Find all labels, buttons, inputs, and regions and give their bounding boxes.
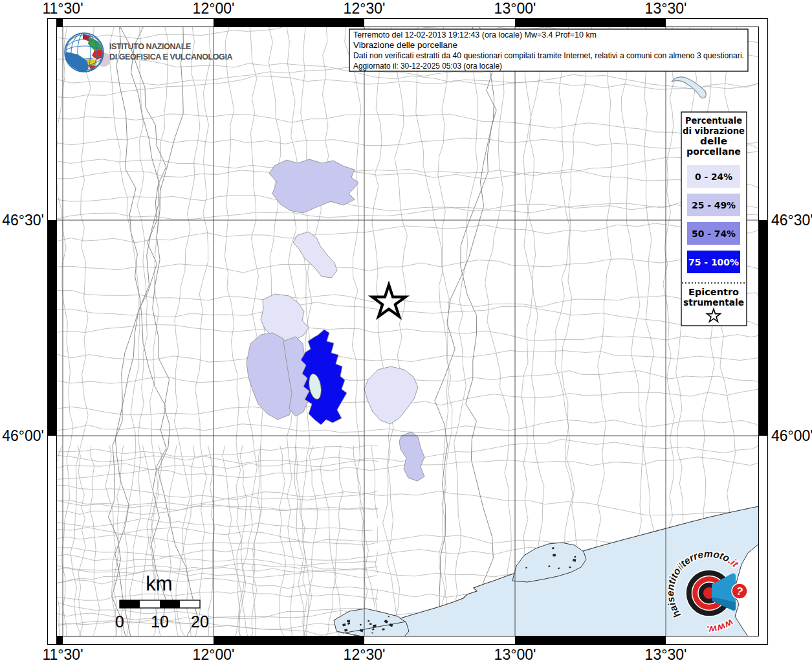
info-line-effect: Vibrazione delle porcellane (353, 41, 457, 50)
islet (382, 628, 385, 630)
islet (569, 567, 571, 568)
coordinate-label-bottom: 12°30' (344, 646, 386, 663)
islet (369, 623, 371, 625)
legend-epicenter-line: strumentale (683, 297, 744, 308)
coordinate-label-top: 11°30' (42, 0, 83, 17)
map-canvas: 11°30' 12°00' 12°30' 13°00' 13°30' 11°30… (0, 0, 812, 663)
coordinate-label-top: 13°30' (645, 0, 687, 17)
legend-class-label: 75 - 100% (688, 257, 739, 267)
coordinate-label-left: 46°00' (2, 427, 44, 444)
macroseismic-map-page: { "frame": { "top_labels": ["11°30'", "1… (0, 0, 812, 663)
islet (525, 567, 527, 568)
info-line-updated: Aggiornato il: 30-12-2025 05:03 (ora loc… (353, 62, 502, 71)
coordinate-label-bottom: 13°30' (645, 646, 687, 663)
coordinate-label-left: 46°30' (2, 212, 44, 229)
islet (548, 565, 550, 567)
legend-title-line: Percentuale (685, 115, 742, 126)
islet (573, 559, 576, 562)
scale-tick-label: 20 (191, 612, 209, 631)
coordinate-label-right: 46°30' (771, 212, 812, 229)
ingv-name-line: ISTITUTO NAZIONALE (109, 42, 191, 51)
legend: Percentuale di vibrazione delle porcella… (681, 112, 747, 326)
islet (388, 616, 390, 617)
scale-unit-label: km (146, 572, 172, 595)
info-line-event: Terremoto del 12-02-2013 19:12:43 (ora l… (353, 30, 597, 39)
islet (344, 629, 347, 631)
legend-title-line: delle (700, 136, 727, 146)
coordinate-label-top: 12°00' (193, 0, 235, 17)
scale-tick-label: 0 (115, 612, 124, 631)
info-line-source: Dati non verificati estratti da 40 quest… (353, 51, 744, 60)
legend-class-label: 50 - 74% (692, 229, 736, 239)
coordinate-label-top: 13°00' (494, 0, 536, 17)
legend-class-label: 25 - 49% (692, 200, 736, 210)
coordinate-label-bottom: 11°30' (42, 646, 83, 663)
coordinate-label-bottom: 12°00' (193, 646, 235, 663)
legend-title-line: porcellane (686, 146, 741, 157)
legend-epicenter-line: Epicentro (688, 287, 739, 297)
coordinate-label-right: 46°00' (771, 427, 812, 444)
coordinate-label-top: 12°30' (344, 0, 386, 17)
islet (371, 633, 373, 634)
islet (553, 554, 556, 557)
islet (347, 620, 350, 622)
islet (373, 625, 377, 628)
scale-tick-label: 10 (151, 612, 169, 631)
question-mark-icon: ? (732, 583, 747, 599)
earthquake-info-box: Terremoto del 12-02-2013 19:12:43 (ora l… (349, 29, 748, 71)
islet (360, 624, 362, 625)
ingv-name-line: DI GEOFISICA E VULCANOLOGIA (109, 52, 233, 62)
legend-title-line: di vibrazione (683, 126, 745, 136)
coordinate-label-bottom: 13°00' (494, 646, 536, 663)
legend-class-label: 0 - 24% (695, 172, 732, 182)
ingv-globe-icon (65, 33, 104, 73)
islet (368, 620, 369, 622)
